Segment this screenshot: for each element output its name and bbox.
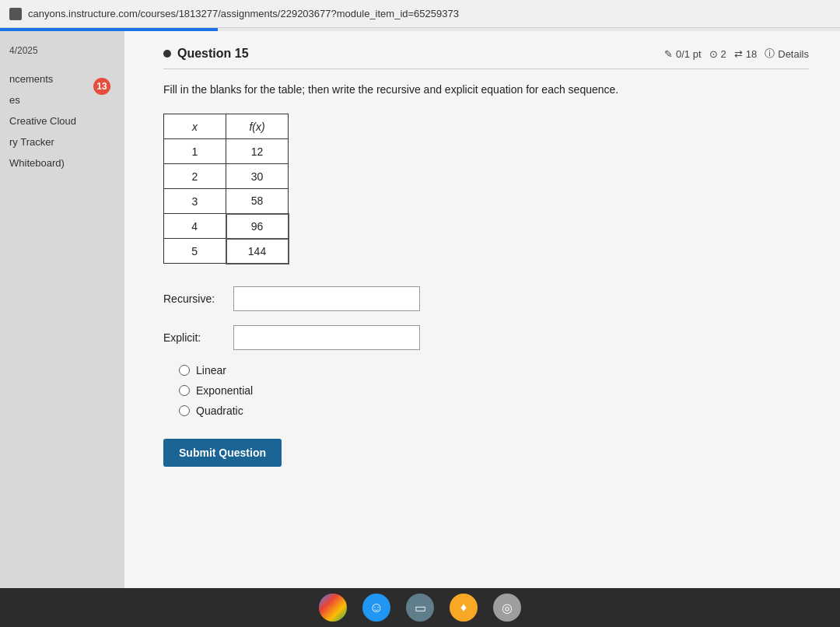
table-cell-x1: 1 xyxy=(164,139,226,164)
retries-value: 18 xyxy=(746,48,757,60)
radio-linear[interactable]: Linear xyxy=(179,364,809,377)
sidebar: 4/2025 13 ncements es Creative Cloud ry … xyxy=(0,31,124,627)
table-cell-fx2: 30 xyxy=(226,164,289,189)
question-header: Question 15 ✎ 0/1 pt ⊙ 2 ⇄ 18 ⓘ Details xyxy=(163,47,809,69)
sequence-type-group: Linear Exponential Quadratic xyxy=(163,364,809,417)
recursive-label: Recursive: xyxy=(163,292,226,305)
details-label: Details xyxy=(778,48,809,60)
table-row: 1 12 xyxy=(164,139,289,164)
taskbar-files-icon[interactable]: ☺ xyxy=(362,594,390,622)
favicon-icon xyxy=(9,8,22,20)
radio-label-linear: Linear xyxy=(196,364,226,377)
taskbar-misc-icon[interactable]: ◎ xyxy=(493,594,521,622)
url-bar[interactable]: canyons.instructure.com/courses/1813277/… xyxy=(28,8,831,19)
sidebar-date: 4/2025 xyxy=(0,39,124,68)
question-title: Question 15 xyxy=(163,47,249,61)
attempts-meta: ⊙ 2 xyxy=(709,48,726,60)
table-row: 5 144 xyxy=(164,239,289,264)
points-meta: ✎ 0/1 pt xyxy=(664,48,702,60)
recursive-row: Recursive: xyxy=(163,286,809,311)
table-cell-fx3: 58 xyxy=(226,189,289,214)
radio-circle-exponential xyxy=(179,385,190,396)
points-value: 0/1 pt xyxy=(676,48,702,60)
radio-exponential[interactable]: Exponential xyxy=(179,384,809,397)
notification-badge: 13 xyxy=(93,78,110,95)
explicit-label: Explicit: xyxy=(163,331,226,344)
taskbar-chrome-icon[interactable] xyxy=(319,594,347,622)
table-cell-fx4: 96 xyxy=(226,214,289,239)
table-cell-fx5: 144 xyxy=(226,239,289,264)
table-cell-x4: 4 xyxy=(164,214,226,239)
table-cell-x2: 2 xyxy=(164,164,226,189)
radio-circle-linear xyxy=(179,365,190,376)
question-prompt: Fill in the blanks for the table; then w… xyxy=(163,82,809,98)
table-cell-x3: 3 xyxy=(164,189,226,214)
edit-icon: ✎ xyxy=(664,48,673,60)
progress-bar-container xyxy=(0,28,840,31)
sidebar-item-tracker[interactable]: ry Tracker xyxy=(0,131,124,152)
sidebar-item-creative-cloud[interactable]: Creative Cloud xyxy=(0,110,124,131)
taskbar-folder-icon[interactable]: ♦ xyxy=(450,594,478,622)
radio-quadratic[interactable]: Quadratic xyxy=(179,405,809,417)
retry-icon: ⇄ xyxy=(734,48,743,60)
table-row: 4 96 xyxy=(164,214,289,239)
details-meta[interactable]: ⓘ Details xyxy=(765,47,809,61)
radio-label-exponential: Exponential xyxy=(196,384,253,397)
table-row: 3 58 xyxy=(164,189,289,214)
radio-circle-quadratic xyxy=(179,405,190,416)
explicit-row: Explicit: xyxy=(163,325,809,350)
table-header-x: x xyxy=(164,114,226,139)
question-meta: ✎ 0/1 pt ⊙ 2 ⇄ 18 ⓘ Details xyxy=(664,47,809,61)
question-number: Question 15 xyxy=(177,47,249,61)
attempts-value: 2 xyxy=(721,48,726,60)
info-icon: ⓘ xyxy=(765,47,775,61)
table-cell-fx1: 12 xyxy=(226,139,289,164)
sidebar-item-whiteboard[interactable]: Whiteboard) xyxy=(0,152,124,173)
recursive-input[interactable] xyxy=(233,286,420,311)
radio-label-quadratic: Quadratic xyxy=(196,405,243,417)
retries-meta: ⇄ 18 xyxy=(734,48,757,60)
question-dot xyxy=(163,50,171,58)
main-content: Question 15 ✎ 0/1 pt ⊙ 2 ⇄ 18 ⓘ Details xyxy=(124,31,840,627)
table-cell-x5: 5 xyxy=(164,239,226,264)
browser-bar: canyons.instructure.com/courses/1813277/… xyxy=(0,0,840,28)
table-row: 2 30 xyxy=(164,164,289,189)
explicit-input[interactable] xyxy=(233,325,420,350)
sequence-table: x f(x) 1 12 2 30 3 58 4 xyxy=(163,114,289,264)
taskbar: ☺ ▭ ♦ ◎ xyxy=(0,588,840,627)
clock-icon: ⊙ xyxy=(709,48,718,60)
table-header-fx: f(x) xyxy=(226,114,289,139)
taskbar-monitor-icon[interactable]: ▭ xyxy=(406,594,434,622)
submit-button[interactable]: Submit Question xyxy=(163,439,282,467)
